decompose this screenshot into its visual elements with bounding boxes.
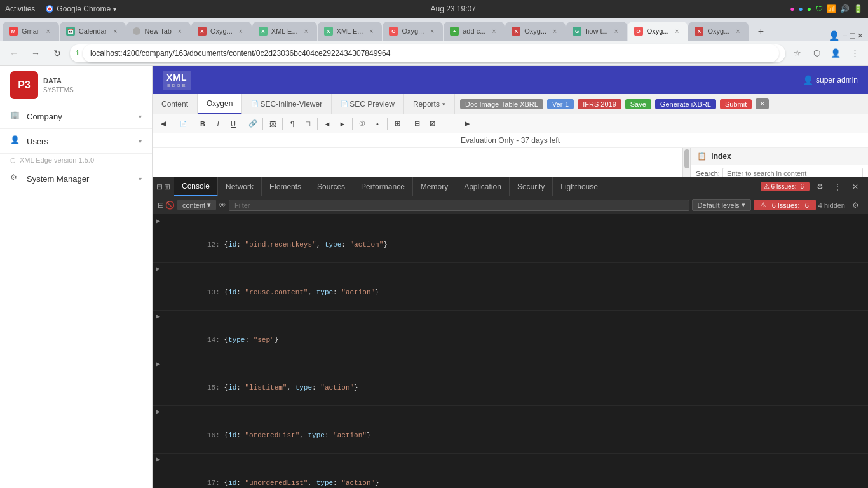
new-tab-button[interactable]: +	[752, 23, 770, 41]
tab-close-gmail[interactable]: ×	[44, 27, 53, 36]
badge-ver1[interactable]: Ver-1	[547, 99, 574, 109]
console-output[interactable]: ▶ 12: {id: "bind.recentkeys", type: "act…	[153, 214, 868, 488]
tab-favicon-oxyg4: O	[634, 27, 643, 36]
console-eye-icon[interactable]: 👁	[219, 201, 226, 210]
devtools-tab-performance[interactable]: Performance	[353, 177, 413, 196]
toolbar-page[interactable]: 📄	[176, 117, 190, 131]
tab-close-oxyg1[interactable]: ×	[236, 27, 245, 36]
console-levels-btn[interactable]: Default levels ▾	[692, 199, 751, 211]
sidebar-item-users[interactable]: 👤 Users ▾	[0, 129, 152, 154]
extension-icon[interactable]: ⬡	[808, 45, 825, 62]
maximize-btn[interactable]: □	[850, 30, 855, 41]
generate-ixbrl-button[interactable]: Generate iXBRL	[655, 99, 716, 109]
editor-area[interactable]	[153, 148, 690, 177]
toolbar-table[interactable]: ⊞	[390, 117, 404, 131]
tab-content[interactable]: Content	[153, 94, 198, 114]
tab-gmail[interactable]: M Gmail ×	[3, 22, 59, 41]
devtools-undock-icon[interactable]: ⊞	[164, 182, 170, 191]
tab-xmle1[interactable]: X XML E... ×	[252, 22, 317, 41]
save-button[interactable]: Save	[625, 99, 651, 109]
devtools-tab-console[interactable]: Console	[174, 177, 218, 196]
toolbar-more[interactable]: ⋯	[445, 117, 459, 131]
tab-sec-inline-viewer[interactable]: 📄 SEC-Inline-Viewer	[242, 94, 332, 114]
editor-scrollbar[interactable]	[682, 148, 690, 177]
devtools-more-btn[interactable]: ⋮	[830, 179, 845, 194]
devtools-tab-lighthouse[interactable]: Lighthouse	[553, 177, 606, 196]
tab-sec-preview[interactable]: 📄 SEC Preview	[332, 94, 404, 114]
console-dock-icon[interactable]: ⊟	[158, 201, 164, 210]
toolbar-nav-back[interactable]: ◀	[156, 117, 170, 131]
bookmark-icon[interactable]: ☆	[789, 45, 806, 62]
devtools-tab-sources[interactable]: Sources	[309, 177, 353, 196]
profile-icon[interactable]: 👤	[829, 30, 839, 41]
window-controls: 👤 − □ ×	[824, 30, 868, 41]
toolbar-underline[interactable]: U	[226, 117, 240, 131]
tab-close-xmle2[interactable]: ×	[367, 27, 376, 36]
tab-close-oxyg3[interactable]: ×	[550, 27, 559, 36]
toolbar-para[interactable]: ¶	[285, 117, 299, 131]
tab-close-addc[interactable]: ×	[489, 27, 498, 36]
editor-devtools-layout: 📋 Index Search: exhibit_99-2.dita Topic	[153, 148, 868, 177]
devtools-close-btn[interactable]: ✕	[848, 179, 863, 194]
tab-calendar[interactable]: 📅 Calendar ×	[60, 22, 126, 41]
tab-close-cal[interactable]: ×	[111, 27, 119, 36]
tab-oxyg1[interactable]: X Oxyg... ×	[191, 22, 252, 41]
forward-button[interactable]: →	[27, 44, 44, 62]
devtools-search-input[interactable]	[722, 168, 863, 177]
close-btn[interactable]: ×	[858, 30, 863, 41]
tab-close-oxyg2[interactable]: ×	[428, 27, 437, 36]
tab-close-oxyg4[interactable]: ×	[672, 27, 681, 36]
back-button[interactable]: ←	[5, 44, 23, 62]
toolbar-block[interactable]: ◻	[301, 117, 315, 131]
toolbar-link[interactable]: 🔗	[246, 117, 260, 131]
menu-btn[interactable]: ⋮	[846, 45, 863, 62]
tab-addc[interactable]: + add c... ×	[444, 22, 505, 41]
toolbar-italic[interactable]: I	[211, 117, 225, 131]
tab-close-oxyg5[interactable]: ×	[733, 27, 742, 36]
devtools-tab-network[interactable]: Network	[218, 177, 262, 196]
devtools-tab-application[interactable]: Application	[456, 177, 510, 196]
console-filter-input[interactable]	[229, 200, 689, 211]
toolbar-nav-forward[interactable]: ▶	[460, 117, 474, 131]
sidebar-item-system-manager[interactable]: ⚙ System Manager ▾	[0, 166, 152, 191]
toolbar-merge-col[interactable]: ⊠	[425, 117, 439, 131]
url-input[interactable]: localhost:4200/company/163/documents/con…	[83, 44, 779, 62]
activities-label[interactable]: Activities	[5, 4, 35, 13]
devtools-dock-icon[interactable]: ⊟	[156, 182, 163, 191]
tab-xmle2[interactable]: X XML E... ×	[318, 22, 383, 41]
tab-oxygen[interactable]: Oxygen	[198, 94, 242, 114]
badge-ifrs[interactable]: IFRS 2019	[578, 99, 621, 109]
tab-oxyg4[interactable]: O Oxyg... ×	[628, 22, 688, 41]
toolbar-ol[interactable]: ①	[355, 117, 369, 131]
tab-close-howt[interactable]: ×	[612, 27, 621, 36]
badge-doc-image-table[interactable]: Doc Image-Table XBRL	[460, 99, 543, 109]
devtools-tab-security[interactable]: Security	[510, 177, 553, 196]
tab-howt[interactable]: G how t... ×	[566, 22, 627, 41]
tab-oxyg5[interactable]: X Oxyg... ×	[688, 22, 749, 41]
tab-oxyg3[interactable]: X Oxyg... ×	[505, 22, 566, 41]
refresh-button[interactable]: ↻	[48, 44, 66, 62]
tab-oxyg2[interactable]: O Oxyg... ×	[383, 22, 443, 41]
toolbar-split-col[interactable]: ⊟	[410, 117, 424, 131]
toolbar-move-left[interactable]: ◄	[320, 117, 334, 131]
sidebar-item-company[interactable]: 🏢 Company ▾	[0, 104, 152, 129]
tab-new[interactable]: New Tab ×	[126, 22, 191, 41]
toolbar-bold[interactable]: B	[196, 117, 210, 131]
profile-btn[interactable]: 👤	[827, 45, 844, 62]
devtools-settings-btn[interactable]: ⚙	[812, 179, 827, 194]
minimize-btn[interactable]: −	[842, 30, 847, 41]
toolbar-move-right[interactable]: ►	[336, 117, 349, 131]
close-editor-button[interactable]: ✕	[756, 98, 769, 109]
tab-close-new[interactable]: ×	[175, 27, 184, 36]
tab-close-xmle1[interactable]: ×	[302, 27, 311, 36]
console-context-btn[interactable]: content ▾	[177, 200, 216, 210]
toolbar-ul[interactable]: •	[370, 117, 384, 131]
url-container[interactable]: ℹ localhost:4200/company/163/documents/c…	[70, 44, 785, 62]
devtools-tab-elements[interactable]: Elements	[262, 177, 309, 196]
submit-button[interactable]: Submit	[720, 99, 752, 109]
devtools-tab-memory[interactable]: Memory	[413, 177, 456, 196]
console-clear-icon[interactable]: 🚫	[165, 201, 175, 210]
toolbar-image[interactable]: 🖼	[266, 117, 280, 131]
tab-reports[interactable]: Reports ▾	[404, 94, 455, 114]
console-settings-btn[interactable]: ⚙	[848, 198, 863, 213]
